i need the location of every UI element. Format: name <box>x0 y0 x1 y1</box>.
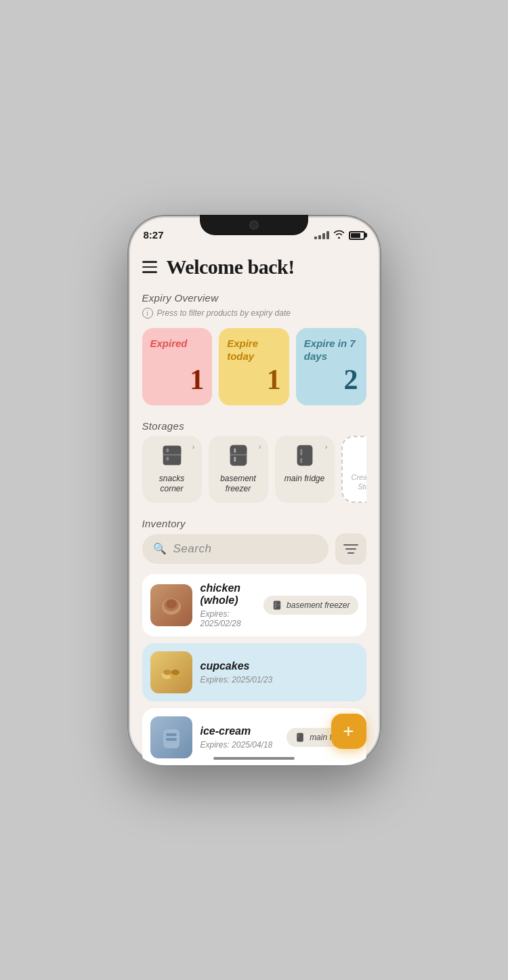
item-image-cupcakes <box>150 651 192 693</box>
freezer-badge-icon <box>272 600 282 611</box>
expiry-section-title: Expiry Overview <box>142 292 366 304</box>
cupcakes-photo <box>158 659 185 686</box>
search-placeholder: Search <box>173 542 212 556</box>
item-info-cupcakes: cupcakes Expires: 2025/01/23 <box>200 660 358 685</box>
phone-content: Welcome back! Expiry Overview i Press to… <box>127 245 381 765</box>
storage-freezer-name: basement freezer <box>214 474 263 495</box>
filter-hint: i Press to filter products by expiry dat… <box>142 308 366 319</box>
freezer-icon <box>226 443 251 468</box>
svg-point-18 <box>166 599 177 609</box>
expired-count: 1 <box>150 363 205 396</box>
icecream-photo <box>158 724 185 751</box>
expired-card[interactable]: Expired 1 <box>142 328 213 405</box>
create-storage-card[interactable]: + Create New Storage <box>341 436 366 503</box>
item-storage-chicken[interactable]: basement freezer <box>263 596 358 615</box>
storages-section: Storages › snacks corner › <box>142 420 366 503</box>
item-info-icecream: ice-cream Expires: 2025/04/18 <box>200 725 279 750</box>
storage-main-fridge-name: main fridge <box>284 474 324 485</box>
today-label: Expire today <box>227 338 281 363</box>
storage-snacks-corner[interactable]: › snacks corner <box>142 436 202 503</box>
filter-hint-text: Press to filter products by expiry date <box>157 308 291 318</box>
search-box[interactable]: 🔍 Search <box>142 534 329 564</box>
wifi-icon <box>333 230 345 241</box>
inventory-item-chicken[interactable]: chicken (whole) Expires: 2025/02/28 base… <box>142 574 366 636</box>
svg-point-25 <box>163 670 171 675</box>
fab-plus-icon: + <box>343 720 354 742</box>
item-expiry-cupcakes: Expires: 2025/01/23 <box>200 675 358 685</box>
home-bar <box>213 757 295 760</box>
expiry-section: Expiry Overview i Press to filter produc… <box>142 292 366 405</box>
expire-week-card[interactable]: Expire in 7 days 2 <box>296 328 366 405</box>
svg-rect-30 <box>297 733 303 741</box>
item-expiry-icecream: Expires: 2025/04/18 <box>200 740 279 750</box>
chicken-photo <box>158 592 185 619</box>
svg-rect-6 <box>230 445 247 454</box>
item-image-chicken <box>150 584 192 626</box>
status-icons <box>314 230 365 241</box>
add-item-fab[interactable]: + <box>331 714 366 749</box>
page-title: Welcome back! <box>167 256 295 279</box>
svg-point-26 <box>171 670 179 675</box>
storage-basement-freezer[interactable]: › basement freezer <box>209 436 268 503</box>
inventory-section-title: Inventory <box>142 518 366 529</box>
item-name-icecream: ice-cream <box>200 725 279 737</box>
svg-rect-1 <box>163 445 181 454</box>
expiry-cards: Expired 1 Expire today 1 Expire in 7 day… <box>142 328 366 405</box>
svg-rect-8 <box>234 448 236 453</box>
item-name-chicken: chicken (whole) <box>200 582 256 607</box>
filter-button[interactable] <box>335 533 366 565</box>
search-row: 🔍 Search <box>142 533 366 565</box>
svg-rect-28 <box>166 733 177 736</box>
item-image-icecream <box>150 716 192 758</box>
status-time: 8:27 <box>144 229 164 241</box>
filter-icon <box>343 542 358 556</box>
storage-arrow-icon: › <box>192 443 195 451</box>
week-label: Expire in 7 days <box>304 338 358 363</box>
item-info-chicken: chicken (whole) Expires: 2025/02/28 <box>200 582 256 628</box>
signal-icon <box>314 231 329 239</box>
header: Welcome back! <box>142 256 366 279</box>
storages-section-title: Storages <box>142 420 366 432</box>
week-count: 2 <box>304 363 358 396</box>
main-fridge-icon <box>292 443 318 468</box>
create-storage-label: Create New Storage <box>348 472 366 492</box>
today-count: 1 <box>227 363 281 396</box>
inventory-item-cupcakes[interactable]: cupcakes Expires: 2025/01/23 <box>142 643 366 701</box>
battery-icon <box>349 231 365 240</box>
svg-rect-10 <box>297 445 312 465</box>
fridge-badge-icon-icecream <box>295 732 305 743</box>
storage-arrow-icon-2: › <box>259 443 261 451</box>
svg-rect-4 <box>166 456 169 460</box>
svg-rect-31 <box>298 735 299 737</box>
svg-rect-11 <box>300 449 302 455</box>
storage-snacks-name: snacks corner <box>148 474 196 495</box>
cabinet-icon <box>159 443 185 468</box>
info-icon: i <box>142 308 153 319</box>
svg-rect-12 <box>300 457 302 463</box>
item-storage-label-chicken: basement freezer <box>287 600 350 610</box>
storage-main-fridge[interactable]: › main fridge <box>275 436 335 503</box>
storage-arrow-icon-3: › <box>325 443 328 451</box>
expired-label: Expired <box>150 338 205 350</box>
svg-rect-22 <box>275 605 276 607</box>
menu-button[interactable] <box>142 261 157 273</box>
svg-rect-3 <box>166 448 169 452</box>
storages-row: › snacks corner › <box>142 436 366 503</box>
item-name-cupcakes: cupcakes <box>200 660 358 672</box>
svg-rect-9 <box>234 456 236 462</box>
item-expiry-chicken: Expires: 2025/02/28 <box>200 609 256 628</box>
expire-today-card[interactable]: Expire today 1 <box>219 328 289 405</box>
svg-rect-21 <box>275 602 276 604</box>
svg-rect-29 <box>166 738 177 741</box>
search-icon: 🔍 <box>153 542 167 555</box>
